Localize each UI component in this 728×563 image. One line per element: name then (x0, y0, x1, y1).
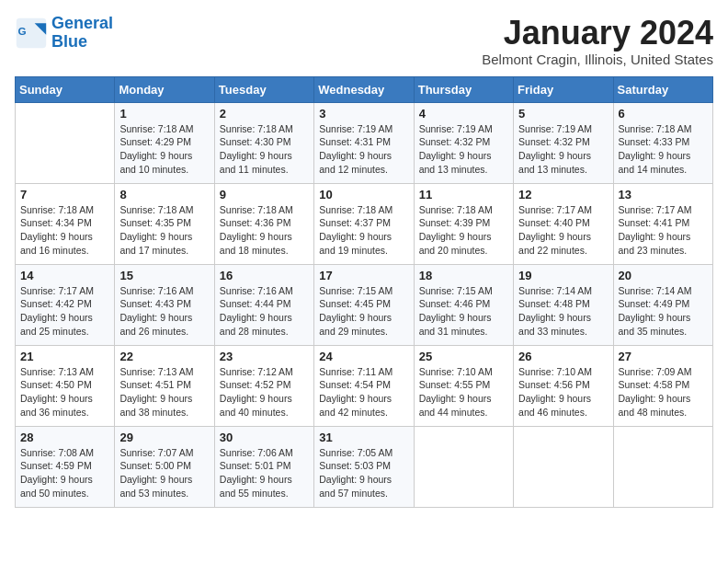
calendar-cell: 2Sunrise: 7:18 AMSunset: 4:30 PMDaylight… (214, 102, 313, 183)
calendar-cell: 21Sunrise: 7:13 AMSunset: 4:50 PMDayligh… (16, 345, 115, 426)
day-info: Sunrise: 7:15 AMSunset: 4:46 PMDaylight:… (419, 284, 508, 339)
day-info: Sunrise: 7:18 AMSunset: 4:30 PMDaylight:… (220, 122, 309, 177)
day-number: 11 (419, 188, 508, 201)
page-header: G General Blue January 2024 Belmont Crag… (15, 15, 713, 67)
day-number: 23 (220, 350, 309, 363)
weekday-header: Thursday (414, 76, 513, 102)
day-number: 14 (20, 269, 109, 282)
weekday-header: Tuesday (214, 76, 313, 102)
day-info: Sunrise: 7:14 AMSunset: 4:48 PMDaylight:… (518, 284, 608, 339)
day-info: Sunrise: 7:10 AMSunset: 4:56 PMDaylight:… (518, 365, 608, 419)
day-info: Sunrise: 7:16 AMSunset: 4:44 PMDaylight:… (220, 284, 309, 339)
calendar-cell: 15Sunrise: 7:16 AMSunset: 4:43 PMDayligh… (115, 264, 214, 345)
day-info: Sunrise: 7:10 AMSunset: 4:55 PMDaylight:… (419, 365, 508, 419)
calendar-cell: 7Sunrise: 7:18 AMSunset: 4:34 PMDaylight… (16, 183, 115, 264)
day-info: Sunrise: 7:19 AMSunset: 4:32 PMDaylight:… (419, 122, 508, 177)
day-number: 4 (419, 107, 508, 121)
calendar-cell: 27Sunrise: 7:09 AMSunset: 4:58 PMDayligh… (613, 345, 712, 426)
calendar-cell: 17Sunrise: 7:15 AMSunset: 4:45 PMDayligh… (314, 264, 414, 345)
day-info: Sunrise: 7:18 AMSunset: 4:36 PMDaylight:… (220, 203, 309, 258)
day-number: 10 (319, 188, 408, 201)
calendar-cell: 16Sunrise: 7:16 AMSunset: 4:44 PMDayligh… (214, 264, 313, 345)
calendar-cell: 22Sunrise: 7:13 AMSunset: 4:51 PMDayligh… (115, 345, 214, 426)
day-info: Sunrise: 7:19 AMSunset: 4:31 PMDaylight:… (319, 122, 408, 177)
day-info: Sunrise: 7:16 AMSunset: 4:43 PMDaylight:… (119, 284, 209, 339)
day-number: 18 (419, 269, 508, 282)
day-number: 6 (619, 107, 708, 121)
title-block: January 2024 Belmont Cragin, Illinois, U… (482, 15, 713, 67)
day-number: 31 (319, 431, 408, 444)
day-info: Sunrise: 7:13 AMSunset: 4:50 PMDaylight:… (20, 365, 109, 419)
day-number: 28 (20, 431, 109, 444)
calendar-cell (414, 426, 513, 507)
svg-text:G: G (18, 25, 27, 37)
day-info: Sunrise: 7:14 AMSunset: 4:49 PMDaylight:… (619, 284, 708, 339)
day-info: Sunrise: 7:18 AMSunset: 4:34 PMDaylight:… (20, 203, 109, 258)
day-number: 20 (619, 269, 708, 282)
calendar-cell: 28Sunrise: 7:08 AMSunset: 4:59 PMDayligh… (16, 426, 115, 507)
day-number: 1 (119, 107, 209, 121)
calendar-cell (514, 426, 613, 507)
calendar-cell: 18Sunrise: 7:15 AMSunset: 4:46 PMDayligh… (414, 264, 513, 345)
weekday-header: Sunday (16, 76, 115, 102)
calendar-week-row: 28Sunrise: 7:08 AMSunset: 4:59 PMDayligh… (16, 426, 713, 507)
day-info: Sunrise: 7:18 AMSunset: 4:37 PMDaylight:… (319, 203, 408, 258)
day-number: 15 (119, 269, 209, 282)
day-number: 27 (619, 350, 708, 363)
day-info: Sunrise: 7:18 AMSunset: 4:33 PMDaylight:… (619, 122, 708, 177)
day-info: Sunrise: 7:18 AMSunset: 4:35 PMDaylight:… (119, 203, 209, 258)
day-info: Sunrise: 7:17 AMSunset: 4:41 PMDaylight:… (619, 203, 708, 258)
day-number: 24 (319, 350, 408, 363)
calendar-cell: 9Sunrise: 7:18 AMSunset: 4:36 PMDaylight… (214, 183, 313, 264)
location-title: Belmont Cragin, Illinois, United States (482, 52, 713, 67)
day-number: 25 (419, 350, 508, 363)
calendar-week-row: 21Sunrise: 7:13 AMSunset: 4:50 PMDayligh… (16, 345, 713, 426)
calendar-cell: 24Sunrise: 7:11 AMSunset: 4:54 PMDayligh… (314, 345, 414, 426)
calendar-cell: 19Sunrise: 7:14 AMSunset: 4:48 PMDayligh… (514, 264, 613, 345)
day-number: 26 (518, 350, 608, 363)
calendar-cell: 31Sunrise: 7:05 AMSunset: 5:03 PMDayligh… (314, 426, 414, 507)
calendar-cell: 12Sunrise: 7:17 AMSunset: 4:40 PMDayligh… (514, 183, 613, 264)
calendar-table: SundayMondayTuesdayWednesdayThursdayFrid… (15, 76, 713, 508)
weekday-header: Wednesday (314, 76, 414, 102)
calendar-cell: 14Sunrise: 7:17 AMSunset: 4:42 PMDayligh… (16, 264, 115, 345)
calendar-cell: 8Sunrise: 7:18 AMSunset: 4:35 PMDaylight… (115, 183, 214, 264)
calendar-cell: 30Sunrise: 7:06 AMSunset: 5:01 PMDayligh… (214, 426, 313, 507)
weekday-header: Friday (514, 76, 613, 102)
day-number: 22 (119, 350, 209, 363)
weekday-header: Monday (115, 76, 214, 102)
logo-text: General Blue (51, 15, 113, 52)
day-number: 19 (518, 269, 608, 282)
weekday-header: Saturday (613, 76, 712, 102)
day-number: 9 (220, 188, 309, 201)
calendar-cell: 26Sunrise: 7:10 AMSunset: 4:56 PMDayligh… (514, 345, 613, 426)
day-number: 21 (20, 350, 109, 363)
logo-icon: G (15, 17, 48, 50)
calendar-week-row: 7Sunrise: 7:18 AMSunset: 4:34 PMDaylight… (16, 183, 713, 264)
day-info: Sunrise: 7:05 AMSunset: 5:03 PMDaylight:… (319, 446, 408, 500)
calendar-cell (16, 102, 115, 183)
calendar-cell (613, 426, 712, 507)
day-info: Sunrise: 7:07 AMSunset: 5:00 PMDaylight:… (119, 446, 209, 500)
calendar-header-row: SundayMondayTuesdayWednesdayThursdayFrid… (16, 76, 713, 102)
day-number: 13 (619, 188, 708, 201)
day-number: 2 (220, 107, 309, 121)
calendar-cell: 3Sunrise: 7:19 AMSunset: 4:31 PMDaylight… (314, 102, 414, 183)
day-info: Sunrise: 7:18 AMSunset: 4:39 PMDaylight:… (419, 203, 508, 258)
calendar-cell: 1Sunrise: 7:18 AMSunset: 4:29 PMDaylight… (115, 102, 214, 183)
day-number: 7 (20, 188, 109, 201)
day-info: Sunrise: 7:09 AMSunset: 4:58 PMDaylight:… (619, 365, 708, 419)
calendar-week-row: 1Sunrise: 7:18 AMSunset: 4:29 PMDaylight… (16, 102, 713, 183)
day-number: 3 (319, 107, 408, 121)
day-number: 17 (319, 269, 408, 282)
day-number: 16 (220, 269, 309, 282)
day-number: 8 (119, 188, 209, 201)
day-info: Sunrise: 7:18 AMSunset: 4:29 PMDaylight:… (119, 122, 209, 177)
day-info: Sunrise: 7:13 AMSunset: 4:51 PMDaylight:… (119, 365, 209, 419)
day-info: Sunrise: 7:17 AMSunset: 4:40 PMDaylight:… (518, 203, 608, 258)
day-number: 12 (518, 188, 608, 201)
calendar-cell: 13Sunrise: 7:17 AMSunset: 4:41 PMDayligh… (613, 183, 712, 264)
day-info: Sunrise: 7:08 AMSunset: 4:59 PMDaylight:… (20, 446, 109, 500)
calendar-cell: 23Sunrise: 7:12 AMSunset: 4:52 PMDayligh… (214, 345, 313, 426)
calendar-week-row: 14Sunrise: 7:17 AMSunset: 4:42 PMDayligh… (16, 264, 713, 345)
